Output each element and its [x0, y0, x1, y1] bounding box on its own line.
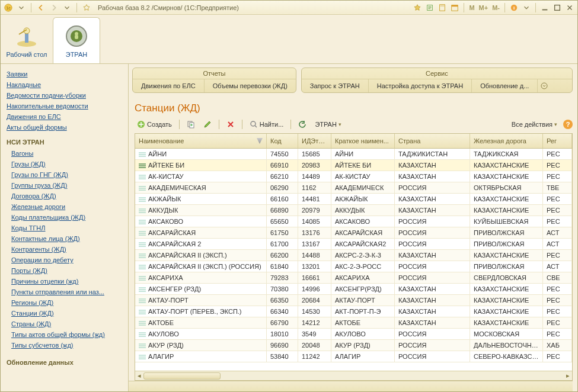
sidebar-item[interactable]: Ведомости подачи-уборки [7, 90, 122, 101]
table-cell: 13176 [298, 227, 331, 238]
sidebar-item[interactable]: Пункты отправления или наз... [11, 287, 122, 297]
delete-button[interactable] [224, 119, 237, 130]
col-country[interactable]: Страна [395, 134, 470, 148]
grid-toolbar: Создать Найти... ЭТРАН Все действия ? [135, 119, 573, 130]
calc-icon[interactable] [437, 2, 448, 13]
table-cell: АКСРС-2-Э-К-3 [331, 250, 395, 261]
sidebar-item[interactable]: Накладные [7, 79, 122, 90]
maximize-button[interactable] [552, 2, 563, 13]
history-icon[interactable] [424, 2, 435, 13]
table-row[interactable]: АККУДЫК6689020979АККУДЫККАЗАХСТАНКАЗАХСТ… [135, 205, 572, 216]
table-cell: АЙТЕКЕ БИ [331, 160, 395, 171]
sidebar-item[interactable]: Акты общей формы [7, 122, 122, 133]
table-row[interactable]: АЙТЕКЕ БИ6691020983АЙТЕКЕ БИКАЗАХСТАНКАЗ… [135, 160, 572, 171]
m-plus-button[interactable]: M+ [478, 4, 490, 11]
sidebar-item[interactable]: Вагоны [11, 148, 122, 159]
sidebar-item[interactable]: Договора (ЖД) [11, 191, 122, 201]
close-button[interactable] [564, 2, 575, 13]
sidebar-item[interactable]: Операции по дебету [11, 255, 122, 265]
table-cell: АЛАГИР [331, 351, 395, 362]
h-scrollbar[interactable]: ◂ ▸ [135, 371, 572, 380]
table-row[interactable]: АКАДЕМИЧЕСКАЯ062901162АКАДЕМИЧЕСКРОССИЯО… [135, 182, 572, 194]
sidebar-item[interactable]: Коды плательщика (ЖД) [11, 212, 122, 223]
sidebar-item[interactable]: Грузы (ЖД) [11, 159, 122, 169]
find-button[interactable]: Найти... [247, 119, 286, 130]
toolgroup-button[interactable]: Объемы перевозки (ЖД) [205, 79, 296, 92]
copy-button[interactable] [184, 119, 197, 130]
table-cell: АКСАРАЙСКАЯ [135, 227, 267, 238]
table-row[interactable]: АКТАУ-ПОРТ6635020684АКТАУ-ПОРТКАЗАХСТАНК… [135, 295, 572, 306]
sidebar-item[interactable]: Типы субсчетов (жд) [11, 340, 122, 351]
section-etran[interactable]: ЭТРАН [53, 17, 100, 63]
sidebar-item[interactable]: Заявки [7, 69, 122, 79]
favorite-icon[interactable] [81, 2, 92, 13]
dropdown-icon[interactable] [16, 2, 27, 13]
nav-back-icon[interactable] [36, 2, 46, 13]
etran-menu[interactable]: ЭТРАН [312, 120, 344, 129]
m-minus-button[interactable]: M- [491, 4, 501, 11]
col-code[interactable]: Код [267, 134, 298, 148]
sidebar-item[interactable]: Группы груза (ЖД) [11, 180, 122, 191]
sidebar-item[interactable]: Коды ТГНЛ [11, 223, 122, 233]
col-region[interactable]: Рег [543, 134, 572, 148]
table-row[interactable]: АКСАРАЙСКАЯ II (ЭКСП.) (РОССИЯ)618401320… [135, 261, 572, 272]
sidebar-item[interactable]: Накопительные ведомости [7, 101, 122, 111]
table-cell: 66350 [267, 295, 298, 306]
table-row[interactable]: АК-КИСТАУ6621014489АК-КИСТАУКАЗАХСТАНКАЗ… [135, 171, 572, 182]
all-actions-button[interactable]: Все действия [509, 120, 560, 129]
table-row[interactable]: АКСАРАЙСКАЯ II (ЭКСП.)6620014488АКСРС-2-… [135, 250, 572, 261]
sidebar-item[interactable]: Движения по ЕЛС [7, 111, 122, 122]
toolgroup-button[interactable]: Движения по ЕЛС [133, 79, 205, 92]
table-row[interactable]: АЛАГИР5384011242АЛАГИРРОССИЯСЕВЕРО-КАВКА… [135, 351, 572, 362]
sidebar-item[interactable]: Причины отцепки (жд) [11, 276, 122, 287]
app-icon[interactable]: 1c [3, 2, 14, 13]
section-desktop[interactable]: Рабочий стол [3, 17, 50, 63]
col-railway[interactable]: Железная дорога [470, 134, 543, 148]
info-icon[interactable]: i [509, 2, 519, 13]
sidebar-item[interactable]: Контактные лица (ЖД) [11, 233, 122, 244]
sidebar-item[interactable]: Контрагенты (ЖД) [11, 244, 122, 255]
table-row[interactable]: АКУЛОВО180103549АКУЛОВОРОССИЯМОСКОВСКАЯР… [135, 329, 572, 340]
toolgroup-button[interactable]: Настройка доступа к ЭТРАН [369, 79, 472, 92]
table-row[interactable]: АКСАРАЙСКАЯ 26170013167АКСАРАЙСКАЯ2РОССИ… [135, 239, 572, 250]
col-name[interactable]: Наименование [135, 134, 267, 148]
col-id[interactable]: ИДЭтран [298, 134, 331, 148]
grid-body[interactable]: АЙНИ7455015685АЙНИТАДЖИКИСТАНТАДЖИКСКАЯР… [135, 149, 572, 371]
minimize-button[interactable] [539, 2, 550, 13]
table-row[interactable]: АКЖАЙЫК6616014481АКЖАЙЫККАЗАХСТАНКАЗАХСТ… [135, 194, 572, 205]
table-cell: РЕС [543, 160, 572, 171]
sidebar-item[interactable]: Железные дороги [11, 201, 122, 212]
table-row[interactable]: АКТОБЕ6679014212АКТОБЕКАЗАХСТАНКАЗАХСТАН… [135, 317, 572, 329]
table-cell: 14085 [298, 216, 331, 227]
info-dropdown-icon[interactable] [521, 2, 532, 13]
toolgroup-button[interactable]: Обновление д... [472, 79, 538, 92]
fav-add-icon[interactable] [412, 2, 423, 13]
sidebar-item[interactable]: Станции (ЖД) [11, 308, 122, 319]
table-row[interactable]: АКТАУ-ПОРТ (ПЕРЕВ., ЭКСП.)6634014530АКТ-… [135, 306, 572, 317]
edit-button[interactable] [201, 119, 214, 130]
sidebar-item[interactable]: Регионы (ЖД) [11, 297, 122, 308]
table-cell: ПРИВОЛЖСКАЯ [470, 261, 543, 272]
refresh-button[interactable] [296, 119, 309, 130]
sidebar-item[interactable]: Грузы по ГНГ (ЖД) [11, 169, 122, 180]
help-icon[interactable]: ? [563, 120, 573, 129]
toolgroup-service-title: Сервис [302, 68, 572, 79]
sidebar-item[interactable]: Типы актов общей формы (жд) [11, 329, 122, 340]
table-cell: ПРИВОЛЖСКАЯ [470, 227, 543, 238]
toolgroup-more-icon[interactable] [538, 79, 551, 92]
table-row[interactable]: АКУР (РЗД)9669020048АКУР (РЗД)РОССИЯДАЛЬ… [135, 340, 572, 351]
nav-dropdown-icon[interactable] [62, 2, 72, 13]
table-row[interactable]: АКСЕНГЕР (РЗД)7038014996АКСЕНГР(РЗД)КАЗА… [135, 284, 572, 295]
table-row[interactable]: АКСАКОВО6565014085АКСАКОВОРОССИЯКУЙБЫШЕВ… [135, 216, 572, 227]
calendar-icon[interactable] [449, 2, 460, 13]
sidebar-item[interactable]: Страны (ЖД) [11, 319, 122, 329]
toolgroup-button[interactable]: Запрос к ЭТРАН [302, 79, 369, 92]
table-row[interactable]: АКСАРИХА7928316661АКСАРИХАРОССИЯСВЕРДЛОВ… [135, 272, 572, 284]
table-row[interactable]: АКСАРАЙСКАЯ6175013176АКСАРАЙСКАЯРОССИЯПР… [135, 227, 572, 239]
table-cell: РЕС [543, 149, 572, 159]
table-row[interactable]: АЙНИ7455015685АЙНИТАДЖИКИСТАНТАДЖИКСКАЯР… [135, 149, 572, 160]
sidebar-item[interactable]: Порты (ЖД) [11, 265, 122, 276]
create-button[interactable]: Создать [135, 119, 174, 130]
m-button[interactable]: M [468, 4, 475, 11]
col-short[interactable]: Краткое наимен... [331, 134, 395, 148]
